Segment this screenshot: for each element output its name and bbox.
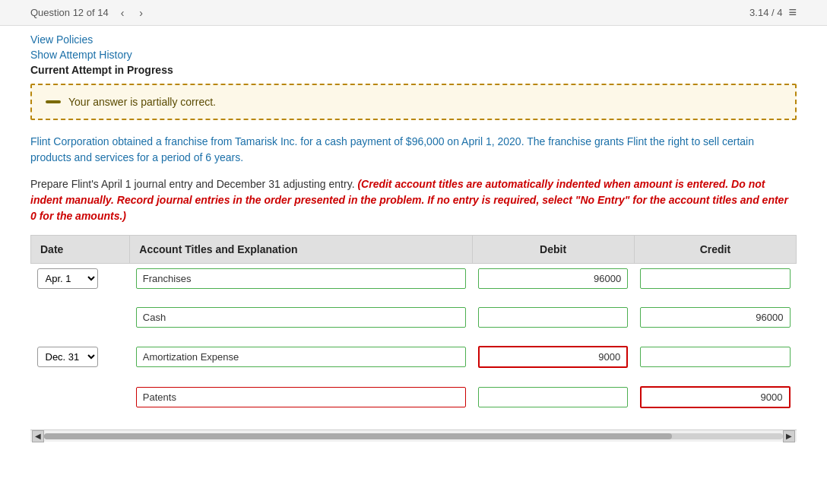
table-row: Apr. 1Dec. 31Jan. 1Mar. 31 [31, 341, 797, 372]
debit-input-0[interactable] [478, 268, 628, 289]
scroll-right-arrow[interactable]: ▶ [783, 430, 795, 442]
top-bar: Question 12 of 14 ‹ › 3.14 / 4 ≡ [0, 0, 827, 26]
date-select-0[interactable]: Apr. 1Dec. 31Jan. 1Mar. 31 [37, 268, 98, 289]
next-arrow[interactable]: › [136, 5, 146, 21]
table-row [31, 382, 797, 413]
account-input-0[interactable] [136, 268, 466, 289]
prev-arrow[interactable]: ‹ [118, 5, 128, 21]
col-header-date: Date [31, 236, 130, 264]
problem-body-2: Prepare Flint's April 1 journal entry an… [30, 178, 355, 190]
scroll-left-arrow[interactable]: ◀ [32, 430, 44, 442]
problem-text-2: Prepare Flint's April 1 journal entry an… [30, 176, 797, 224]
journal-table: Date Account Titles and Explanation Debi… [30, 235, 797, 422]
score-display: 3.14 / 4 [749, 7, 782, 18]
current-attempt-label: Current Attempt in Progress [30, 64, 797, 76]
page-wrapper: Question 12 of 14 ‹ › 3.14 / 4 ≡ View Po… [0, 0, 827, 504]
view-policies-link[interactable]: View Policies [30, 33, 797, 46]
credit-input-0[interactable] [640, 268, 790, 289]
col-header-debit: Debit [472, 236, 634, 264]
question-label: Question 12 of 14 [30, 7, 109, 18]
top-bar-left: Question 12 of 14 ‹ › [30, 5, 146, 21]
table-header-row: Date Account Titles and Explanation Debi… [31, 236, 797, 264]
problem-body-1: Flint Corporation obtained a franchise f… [30, 135, 754, 163]
account-input-1[interactable] [136, 307, 466, 328]
table-row [31, 303, 797, 332]
partial-icon [46, 100, 61, 103]
row-spacer [31, 293, 797, 303]
debit-input-2[interactable] [478, 346, 628, 368]
content-area: View Policies Show Attempt History Curre… [0, 26, 827, 457]
partial-correct-text: Your answer is partially correct. [68, 96, 216, 108]
col-header-account: Account Titles and Explanation [130, 236, 472, 264]
row-spacer [31, 413, 797, 422]
credit-input-1[interactable] [640, 307, 790, 328]
top-bar-right: 3.14 / 4 ≡ [749, 5, 797, 21]
partial-correct-box: Your answer is partially correct. [30, 84, 797, 120]
menu-icon[interactable]: ≡ [788, 5, 797, 21]
credit-input-2[interactable] [640, 347, 790, 367]
show-attempt-history-link[interactable]: Show Attempt History [30, 49, 797, 61]
col-header-credit: Credit [634, 236, 796, 264]
debit-input-1[interactable] [478, 307, 628, 328]
row-spacer [31, 372, 797, 382]
account-input-3[interactable] [136, 387, 466, 407]
scrollbar-area: ◀ ▶ [30, 430, 797, 442]
table-row: Apr. 1Dec. 31Jan. 1Mar. 31 [31, 264, 797, 294]
debit-input-3[interactable] [478, 387, 628, 407]
scrollbar-track[interactable] [44, 433, 783, 439]
row-spacer [31, 332, 797, 341]
credit-input-3[interactable] [640, 386, 790, 408]
date-select-2[interactable]: Apr. 1Dec. 31Jan. 1Mar. 31 [37, 347, 98, 367]
scrollbar-thumb [44, 433, 672, 439]
problem-text-1: Flint Corporation obtained a franchise f… [30, 134, 797, 166]
account-input-2[interactable] [136, 347, 466, 367]
